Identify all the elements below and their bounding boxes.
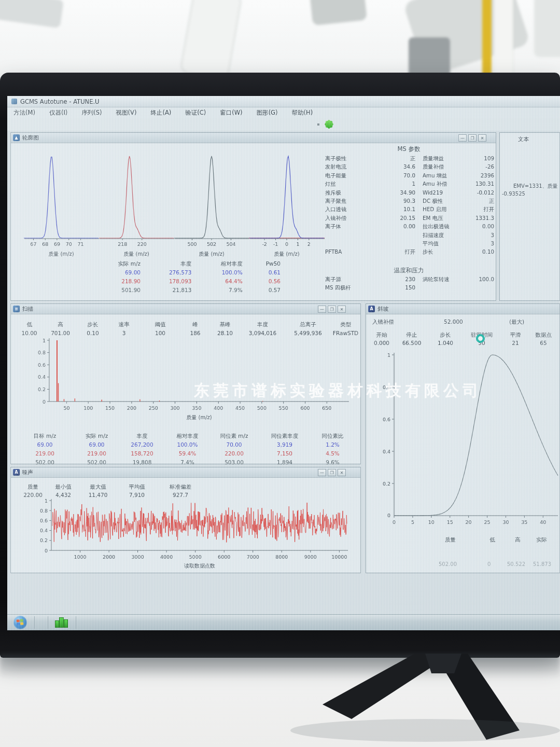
ms-params-section: MS 参数 离子极性正质量增益109 发射电流34.6质量补偿-26 电子能量7… [322, 145, 496, 293]
panel-noise-titlebar[interactable]: A 噪声 [11, 467, 360, 478]
gcms-taskbar-icon[interactable] [55, 617, 68, 628]
app-icon [11, 99, 17, 104]
table-row: 69.00 276,573 100.0% 0.61 [94, 269, 281, 278]
panel-scan-window-buttons: — ❐ ✕ [318, 306, 346, 313]
svg-text:0: 0 [43, 399, 46, 405]
panel-ramp-title: 斜坡 [377, 306, 388, 313]
svg-text:0: 0 [285, 241, 288, 247]
panel-ramp-titlebar[interactable]: A 斜坡 [366, 304, 559, 314]
svg-text:0.4: 0.4 [38, 374, 46, 380]
svg-text:1: 1 [387, 352, 390, 358]
svg-text:400: 400 [214, 405, 223, 411]
ramp-param-value: 52.000 [444, 319, 463, 325]
svg-text:350: 350 [192, 405, 201, 411]
svg-text:9000: 9000 [304, 554, 317, 560]
taskbar-separator [48, 616, 48, 629]
menu-help[interactable]: 帮助(H) [292, 109, 313, 117]
taskbar-separator [34, 616, 35, 629]
svg-text:1: 1 [45, 498, 48, 504]
menu-window[interactable]: 窗口(W) [220, 109, 242, 117]
panel-noise-window-buttons: — ❐ ✕ [318, 469, 346, 476]
panel-text-title: 文本 [518, 136, 529, 143]
svg-text:600: 600 [300, 405, 310, 411]
table-row: 218.90 178,093 64.4% 0.56 [94, 278, 281, 287]
svg-text:650: 650 [322, 405, 331, 411]
panel-scan-title: 扫描 [22, 306, 33, 313]
panel-profile-titlebar[interactable]: ▲ 轮廓图 [11, 133, 496, 143]
svg-text:68: 68 [42, 241, 48, 247]
svg-text:504: 504 [226, 241, 235, 247]
profile-table-header: 实际 m/z 丰度 相对丰度 Pw50 [94, 260, 281, 269]
svg-text:7000: 7000 [247, 554, 259, 560]
taskbar [7, 614, 560, 630]
svg-text:30: 30 [502, 519, 509, 525]
panel-ramp: A 斜坡 入镜补偿 52.000 (最大) 开始停止步长驻留时间平滑数据点 0.… [366, 303, 560, 573]
svg-text:质量 (m/z): 质量 (m/z) [274, 251, 299, 257]
lab-pole-yellow [482, 0, 492, 78]
restore-icon[interactable]: ❐ [468, 134, 477, 142]
menu-bar: 方法(M) 仪器(I) 序列(S) 视图(V) 终止(A) 验证(C) 窗口(W… [7, 107, 560, 119]
svg-text:500: 500 [187, 241, 197, 247]
noise-chart: 00.20.40.60.8110002000300040005000600070… [15, 496, 356, 572]
svg-text:10000: 10000 [331, 554, 347, 560]
profile-chart-502: 500502504质量 (m/z) [173, 148, 250, 258]
close-icon[interactable]: ✕ [338, 469, 346, 476]
svg-text:71: 71 [77, 241, 83, 247]
windows-flag-icon [16, 619, 23, 625]
panel-profile-window-buttons: — ❐ ✕ [458, 134, 486, 142]
svg-text:15: 15 [447, 519, 453, 525]
svg-text:质量 (m/z): 质量 (m/z) [48, 251, 74, 257]
svg-text:100: 100 [83, 405, 93, 411]
svg-text:300: 300 [171, 405, 180, 411]
window-titlebar[interactable]: GCMS Autotune - ATUNE.U [7, 96, 560, 107]
menu-instrument[interactable]: 仪器(I) [49, 109, 67, 117]
svg-text:0.8: 0.8 [40, 508, 48, 514]
lab-pole-white [494, 0, 513, 77]
svg-text:218: 218 [118, 241, 127, 247]
lab-arm-white [179, 0, 243, 81]
svg-text:质量 (m/z): 质量 (m/z) [199, 251, 224, 257]
profile-chart-219: 218220质量 (m/z) [97, 148, 175, 258]
svg-text:质量 (m/z): 质量 (m/z) [186, 414, 212, 420]
close-icon[interactable]: ✕ [478, 134, 486, 142]
noise-panel-icon: A [13, 469, 20, 476]
svg-text:0: 0 [387, 513, 390, 518]
temp-pressure-title: 温度和压力 [322, 267, 496, 274]
svg-text:5000: 5000 [189, 554, 202, 560]
table-row: 502.00502.0019,8087.4%503.001,8949.6% [15, 457, 355, 466]
run-icon[interactable] [326, 121, 332, 128]
toolbar-dot [317, 123, 319, 126]
svg-text:3000: 3000 [132, 554, 144, 560]
close-icon[interactable]: ✕ [338, 306, 346, 313]
panel-scan-titlebar[interactable]: ≡ 扫描 [11, 304, 360, 314]
monitor-stand [0, 653, 560, 747]
menu-abort[interactable]: 终止(A) [150, 109, 171, 117]
minimize-icon[interactable]: — [318, 469, 326, 476]
svg-text:40: 40 [540, 519, 546, 525]
panel-text: 文本 EMV=1331、质量 -0.93525 [499, 132, 560, 301]
menu-sequence[interactable]: 序列(S) [81, 109, 102, 117]
ms-params-title: MS 参数 [322, 145, 496, 153]
menu-graph[interactable]: 图形(G) [257, 109, 278, 117]
svg-text:0.2: 0.2 [38, 386, 46, 392]
svg-text:69: 69 [54, 241, 60, 247]
menu-view[interactable]: 视图(V) [116, 109, 137, 117]
minimize-icon[interactable]: — [458, 134, 467, 142]
lab-arm-left [0, 0, 64, 28]
svg-text:450: 450 [235, 405, 245, 411]
minimize-icon[interactable]: — [318, 306, 326, 313]
svg-text:1000: 1000 [74, 554, 86, 560]
restore-icon[interactable]: ❐ [328, 469, 336, 476]
restore-icon[interactable]: ❐ [328, 306, 336, 313]
svg-text:质量 (m/z): 质量 (m/z) [123, 251, 149, 257]
svg-text:502: 502 [207, 241, 216, 247]
profile-table: 实际 m/z 丰度 相对丰度 Pw50 69.00 276,573 100.0%… [94, 260, 281, 296]
start-button[interactable] [13, 616, 27, 629]
menu-method[interactable]: 方法(M) [13, 109, 35, 117]
svg-text:25: 25 [484, 519, 490, 525]
ramp-param-max: (最大) [509, 319, 524, 326]
panel-noise-title: 噪声 [22, 469, 33, 476]
svg-text:0.2: 0.2 [383, 481, 390, 487]
svg-text:0: 0 [393, 519, 396, 525]
menu-verify[interactable]: 验证(C) [185, 109, 206, 117]
